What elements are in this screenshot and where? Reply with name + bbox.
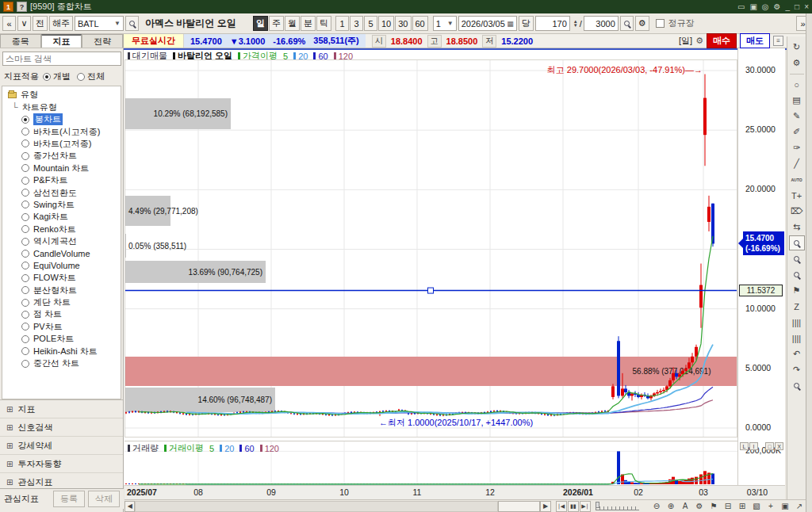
period-button-주[interactable]: 주 (269, 16, 284, 31)
dang-button[interactable]: 당 (519, 16, 534, 31)
chart-type-item[interactable]: 분산형차트 (2, 284, 121, 296)
minimize-icon[interactable]: _ (786, 2, 791, 11)
chart-type-item[interactable]: CandleVolume (2, 247, 121, 259)
step-forward-button[interactable]: ▶∣ (580, 501, 591, 512)
grid-button[interactable]: ⊞ (736, 501, 749, 512)
interval-button-60[interactable]: 60 (412, 16, 428, 31)
price-axis[interactable]: 30.000025.000020.000010.00005.00000.0000… (737, 48, 785, 485)
pause-button[interactable]: ▮▮ (568, 501, 579, 512)
apply-option-전체[interactable]: 전체 (77, 71, 105, 82)
symbol-search-button[interactable] (125, 16, 139, 31)
popup-button[interactable]: ▣ (779, 501, 791, 512)
tree-root-row[interactable]: └ 차트유형 (2, 101, 121, 114)
step-back-button[interactable]: ∣◀ (556, 501, 567, 512)
chart-type-item[interactable]: 중간선 차트 (2, 357, 121, 369)
chart-type-item[interactable]: 역시계곡선 (2, 235, 121, 247)
interval-button-5[interactable]: 5 (364, 16, 377, 31)
zoom-in-button[interactable]: ⊕ (665, 501, 677, 512)
indicator-chart-icon[interactable]: ▤ (789, 93, 805, 108)
chart-type-item[interactable]: 삼선전환도 (2, 186, 121, 198)
register-button[interactable]: 등록 (53, 491, 85, 507)
chart-type-item[interactable]: Kagi차트 (2, 211, 121, 223)
total-count-field[interactable]: 3000 (584, 16, 619, 31)
symbol-combobox[interactable]: BATL ▼ (75, 16, 124, 31)
zoom-out-button[interactable]: ⊖ (650, 501, 663, 512)
interval-button-10[interactable]: 10 (378, 16, 394, 31)
chart-type-item[interactable]: Renko차트 (2, 224, 121, 235)
period-button-월[interactable]: 월 (285, 16, 300, 31)
tab-지표[interactable]: 지표 (41, 34, 82, 48)
scrollbar-thumb[interactable] (498, 501, 540, 512)
overseas-button[interactable]: 해주 (49, 16, 73, 31)
chart-type-item[interactable]: PV차트 (2, 321, 121, 333)
sidebar-section-지표[interactable]: ⊞지표 (0, 400, 123, 418)
undo-icon[interactable]: ↶ (789, 346, 805, 361)
tab-전략[interactable]: 전략 (82, 34, 123, 48)
fullscreen-button[interactable]: ↗ (793, 501, 806, 512)
chart-type-item[interactable]: POLE차트 (2, 333, 121, 345)
zoom-search-button[interactable] (620, 16, 634, 31)
chart-type-item[interactable]: FLOW차트 (2, 272, 121, 284)
sidebar-section-투자자동향[interactable]: ⊞투자자동향 (0, 455, 123, 473)
toolbar-settings-button[interactable]: ⚙ (635, 16, 649, 31)
style-button[interactable]: ▧ (750, 501, 763, 512)
interval-button-3[interactable]: 3 (350, 16, 363, 31)
maximize-icon[interactable]: □ (795, 2, 799, 11)
chart-type-item[interactable]: Swing차트 (2, 199, 121, 211)
chart-type-item[interactable]: 종가선차트 (2, 150, 121, 162)
volume-panel-button-□[interactable]: □ (765, 442, 774, 450)
apply-option-개별[interactable]: 개별 (43, 71, 71, 82)
nav-back-button[interactable]: « (2, 16, 16, 31)
mini-orderbook-icon[interactable]: ≡ (773, 36, 783, 46)
zigzag-icon[interactable]: Z (789, 299, 805, 314)
x-axis-strip[interactable]: 2025/0708091011122026/01020303/10 (124, 485, 785, 499)
compare-icon[interactable]: ⇆ (789, 220, 805, 235)
pen-tool-2-icon[interactable]: ✐ (789, 124, 805, 139)
sidebar-section-신호검색[interactable]: ⊞신호검색 (0, 418, 123, 437)
type-folder-row[interactable]: 유형 (2, 89, 121, 101)
scroll-left-button[interactable]: ◀ (124, 501, 135, 512)
sidebar-section-강세약세[interactable]: ⊞강세약세 (0, 437, 123, 455)
chart-settings-button[interactable]: ⚙ (693, 501, 706, 512)
redo-icon[interactable]: ↷ (789, 362, 805, 377)
circle-tool-icon[interactable]: ○ (789, 77, 805, 92)
text-tool-icon[interactable]: T+ (789, 188, 805, 203)
scroll-right-button[interactable]: ▶ (540, 501, 550, 512)
date-field[interactable]: 2026/03/05 ▦ (458, 16, 517, 31)
auto-line-icon[interactable]: AUTO (789, 172, 805, 187)
refresh-icon[interactable]: ↻ (789, 40, 805, 55)
search-icon[interactable] (789, 378, 805, 393)
bars-icon[interactable]: |||| (789, 315, 805, 330)
bar-count-stepper[interactable]: ▲▼ (573, 20, 578, 28)
help-icon[interactable]: ? (17, 2, 27, 12)
period-button-틱[interactable]: 틱 (316, 16, 331, 31)
price-chart[interactable]: 10.29% (68,192,585)4.49% (29,771,208)0.0… (124, 59, 737, 437)
chart-type-item[interactable]: 계단 차트 (2, 296, 121, 308)
duplicate-icon[interactable]: ▣ (749, 2, 756, 11)
zoom-out-icon[interactable] (789, 251, 805, 266)
settings-icon[interactable]: ⚙ (789, 55, 805, 71)
volume-panel-button-X[interactable]: X (775, 442, 783, 450)
chart-type-item[interactable]: P&F차트 (2, 174, 121, 186)
new-window-icon[interactable]: ▭ (737, 2, 745, 11)
flag-icon[interactable]: ⚑ (789, 283, 805, 298)
pen-tool-icon[interactable]: ✎ (789, 109, 805, 124)
count-dropdown[interactable]: 1 ▼ (433, 16, 457, 31)
crosshair-button[interactable]: + (764, 501, 777, 512)
zoom-area-icon[interactable] (789, 267, 805, 282)
delete-button[interactable]: 삭제 (88, 491, 120, 507)
chart-type-item[interactable]: Mountain 차트 (2, 162, 121, 174)
smart-search-input[interactable] (2, 52, 121, 66)
regular-session-checkbox[interactable] (656, 19, 665, 28)
chart-type-item[interactable]: 봉차트 (2, 113, 121, 125)
sell-button[interactable]: 매도 (740, 33, 770, 48)
zoom-in-icon[interactable] (789, 235, 805, 250)
capture-icon[interactable]: ◎ (762, 2, 769, 11)
pen-tool-3-icon[interactable]: ✑ (789, 140, 805, 155)
bars-2-icon[interactable]: |||| (789, 331, 805, 346)
nav-expand-button[interactable]: ∨ (17, 16, 31, 31)
bar-count-field[interactable]: 170 (535, 16, 570, 31)
interval-button-30[interactable]: 30 (395, 16, 411, 31)
buy-button[interactable]: 매수 (707, 33, 737, 48)
settings-icon[interactable]: ⚙ (774, 2, 781, 11)
